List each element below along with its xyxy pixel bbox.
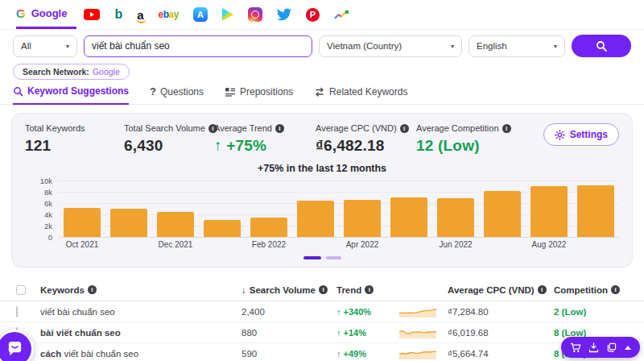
google-logo-icon: G: [16, 7, 26, 19]
download-icon[interactable]: [588, 342, 599, 353]
y-tick-label: 6k: [44, 199, 52, 208]
engine-tab-amazon[interactable]: a: [130, 0, 151, 29]
tab-questions[interactable]: ? Questions: [150, 85, 204, 104]
stat-label: Average Competition: [416, 123, 499, 133]
pagination-dot[interactable]: [326, 256, 341, 259]
table-header-row: Keywordsi ↓Search Volumei Trendi Average…: [0, 279, 644, 301]
search-icon: [596, 40, 608, 52]
header-cpc[interactable]: Average CPC (VND)i: [448, 285, 554, 295]
stat-label: Total Search Volume: [124, 123, 205, 133]
chart-bar-slot: [432, 180, 479, 237]
y-tick-label: 4k: [44, 210, 52, 219]
x-tick-label: [572, 240, 619, 249]
keyword-cell[interactable]: cách viết bài chuẩn seo: [40, 349, 242, 359]
country-select-value: Vietnam (Country): [327, 41, 402, 51]
engine-tab-youtube[interactable]: [76, 0, 107, 29]
engine-tab-ebay[interactable]: ebay: [151, 0, 186, 29]
stat-value: ₫6,482.18: [316, 137, 416, 155]
info-icon[interactable]: i: [275, 124, 284, 133]
engine-tab-pinterest[interactable]: P: [299, 0, 327, 29]
engine-tab-twitter[interactable]: [270, 0, 299, 29]
info-icon[interactable]: i: [400, 124, 409, 133]
sort-desc-icon: ↓: [242, 285, 246, 295]
overflow-dots: ...: [625, 356, 634, 361]
gear-icon: [555, 130, 565, 140]
chart-bar-slot: [105, 180, 152, 237]
engine-tab-bing[interactable]: b: [107, 0, 130, 29]
stat-label: Average Trend: [214, 123, 272, 133]
table-row[interactable]: viết bài chuẩn seo2,400↑ +340% ₫7,284.80…: [0, 301, 644, 322]
collapse-caret-icon[interactable]: [625, 346, 631, 350]
tab-keyword-suggestions[interactable]: Keyword Suggestions: [13, 85, 129, 105]
info-icon[interactable]: i: [319, 285, 328, 294]
header-competition[interactable]: Competitioni: [554, 285, 628, 295]
search-button[interactable]: [572, 35, 631, 57]
stat-value: 12 (Low): [416, 137, 511, 155]
gridline: [59, 237, 619, 238]
keyword-cell[interactable]: viết bài chuẩn seo: [40, 307, 242, 317]
google-play-icon: [222, 8, 233, 21]
y-tick-label: 8k: [44, 188, 52, 197]
export-actions-bar[interactable]: [561, 337, 640, 358]
bing-icon: b: [114, 8, 122, 21]
tab-related-keywords[interactable]: Related Keywords: [314, 86, 407, 104]
y-tick-label: 0: [48, 233, 52, 242]
x-tick-label: Oct 2021: [59, 240, 105, 249]
engine-tab-instagram[interactable]: [241, 0, 270, 29]
keyword-cell[interactable]: bài viết chuẩn seo: [40, 328, 242, 338]
category-select[interactable]: All ▾: [13, 35, 77, 57]
search-network-badge[interactable]: Search Network: Google: [13, 64, 130, 80]
trend-sparkline: [399, 326, 436, 338]
header-trend[interactable]: Trendi: [336, 285, 399, 295]
info-icon[interactable]: i: [538, 285, 547, 294]
question-mark-icon: ?: [150, 85, 156, 98]
tab-prepositions[interactable]: Prepositions: [225, 86, 293, 104]
language-select[interactable]: English ▾: [469, 35, 565, 57]
chart-bar: [577, 185, 613, 237]
row-checkbox[interactable]: [16, 306, 18, 317]
country-select[interactable]: Vietnam (Country) ▾: [319, 35, 462, 57]
search-volume-cell: 2,400: [242, 307, 336, 317]
chart-bar: [437, 198, 473, 237]
info-icon[interactable]: i: [365, 285, 374, 294]
settings-button[interactable]: Settings: [543, 123, 619, 146]
info-icon[interactable]: i: [502, 124, 511, 133]
row-checkbox-cell: [16, 307, 40, 317]
x-tick-label: [386, 240, 432, 249]
cpc-cell: ₫7,284.80: [448, 307, 554, 317]
copy-icon[interactable]: [606, 342, 617, 353]
info-icon[interactable]: i: [88, 285, 97, 294]
stats-row: Total Keywords 121 Total Search Volumei …: [25, 123, 619, 155]
table-row[interactable]: bài viết chuẩn seo880↑ +14% ₫6,019.688 (…: [0, 322, 644, 343]
search-volume-cell: 880: [242, 328, 336, 338]
stat-total-keywords: Total Keywords 121: [25, 123, 124, 155]
info-icon[interactable]: i: [611, 285, 620, 294]
chart-bar: [530, 186, 567, 237]
x-tick-label: [199, 240, 246, 249]
search-input[interactable]: [84, 35, 312, 57]
chart-bar-slot: [339, 180, 386, 237]
badge-row: Search Network: Google: [0, 60, 644, 80]
stat-average-competition: Average Competitioni 12 (Low): [416, 123, 511, 155]
engine-tab-google[interactable]: G Google: [16, 0, 76, 29]
chart-bar-slot: [386, 180, 432, 237]
select-all-checkbox[interactable]: [16, 285, 26, 295]
ebay-icon: ebay: [159, 10, 179, 19]
header-keywords[interactable]: Keywordsi: [40, 285, 242, 295]
engine-tab-appstore[interactable]: A: [186, 0, 215, 29]
chart-bar-slot: [59, 180, 105, 237]
twitter-icon: [277, 7, 291, 22]
trend-cell: ↑ +49%: [336, 349, 399, 359]
chart-bar: [204, 220, 240, 237]
table-body: viết bài chuẩn seo2,400↑ +340% ₫7,284.80…: [0, 301, 644, 361]
header-search-volume[interactable]: ↓Search Volumei: [242, 285, 336, 295]
x-tick-label: [479, 240, 526, 249]
engine-tab-trends[interactable]: [327, 0, 357, 29]
chart-bar: [390, 197, 427, 237]
pagination-dot[interactable]: [303, 256, 321, 259]
cart-icon[interactable]: [570, 342, 581, 353]
trend-cell: ↑ +340%: [336, 307, 399, 317]
table-row[interactable]: cách viết bài chuẩn seo590↑ +49% ₫5,664.…: [0, 343, 644, 361]
arrow-up-icon: ↑: [214, 137, 222, 154]
engine-tab-playstore[interactable]: [215, 0, 241, 29]
